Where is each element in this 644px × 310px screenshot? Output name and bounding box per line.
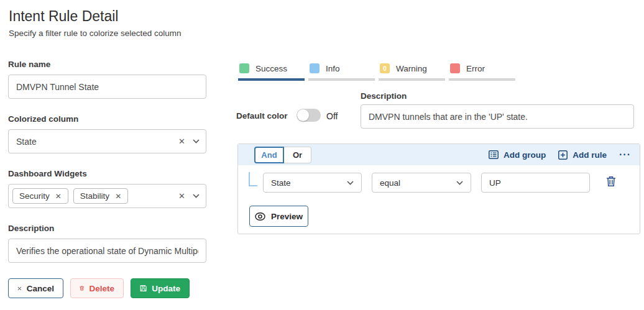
intent-rule-detail-page: Intent Rule Detail Specify a filter rule… [0,0,644,310]
warning-swatch-icon: 0 [380,63,390,73]
colorized-column-field-group: Colorized column State ✕ [8,114,206,153]
rule-description-label: Description [361,91,407,101]
tab-success[interactable]: Success [238,62,305,81]
page-subtitle: Specify a filter rule to colorize select… [9,29,182,38]
tab-badge: 0 [383,65,387,72]
tab-error[interactable]: Error [449,62,515,81]
and-or-toggle-group: And Or [254,147,311,163]
rule-name-field-group: Rule name [8,60,206,99]
description-field-group: Description [8,224,206,263]
dashboard-widgets-multiselect[interactable]: Security ✕ Stability ✕ ✕ [8,184,206,208]
tab-warning[interactable]: 0 Warning [379,62,445,81]
eye-icon [255,212,265,221]
error-swatch-icon [450,63,460,73]
chevron-down-icon[interactable] [456,181,463,185]
toggle-knob [297,109,309,121]
rule-value-input[interactable] [481,173,590,193]
cancel-button[interactable]: Cancel [8,278,63,298]
tab-underline [238,78,305,81]
rule-connector [249,172,257,186]
query-builder: And Or Add group Add rule ··· State [237,144,640,234]
or-button[interactable]: Or [284,147,311,163]
colorized-column-value: State [16,137,37,147]
tab-label: Success [255,64,287,73]
add-rule-button[interactable]: Add rule [558,150,607,160]
add-group-button[interactable]: Add group [489,150,546,160]
delete-label: Delete [89,284,114,293]
trash-icon [80,284,84,293]
tab-underline [449,78,515,81]
description-label: Description [8,224,206,233]
default-color-toggle[interactable] [297,109,321,122]
tab-label: Error [466,64,485,73]
chevron-down-icon[interactable] [193,139,200,144]
tab-underline [379,78,445,81]
and-button[interactable]: And [254,147,284,163]
preview-label: Preview [271,212,303,221]
tab-underline [308,78,375,81]
rule-name-input[interactable] [8,75,206,99]
rule-field-select[interactable]: State [263,173,362,193]
more-menu-button[interactable]: ··· [619,153,631,157]
query-builder-header: And Or Add group Add rule ··· [238,144,640,165]
tag-label: Security [19,191,50,201]
add-group-label: Add group [504,150,546,160]
clear-icon[interactable]: ✕ [178,137,185,145]
chevron-down-icon[interactable] [347,181,354,185]
tab-label: Info [326,64,340,73]
widget-tag-security: Security ✕ [12,188,68,204]
chevron-down-icon[interactable] [193,194,200,198]
default-color-label: Default color [236,111,288,121]
tag-label: Stability [80,191,109,201]
remove-tag-icon[interactable]: ✕ [55,192,62,201]
delete-rule-icon[interactable] [606,176,616,189]
info-swatch-icon [310,63,320,73]
update-label: Update [152,284,180,293]
list-icon [489,150,499,159]
tab-info[interactable]: Info [308,62,375,81]
description-input[interactable] [8,239,206,263]
default-color-state: Off [326,111,338,121]
footer-actions: Cancel Delete Update [8,278,190,298]
color-tabs: Success Info 0 Warning Error [238,62,515,81]
tab-label: Warning [396,64,427,73]
page-title: Intent Rule Detail [9,8,118,25]
rule-operator-select[interactable]: equal [372,173,471,193]
close-icon [17,285,22,293]
preview-button[interactable]: Preview [249,206,308,227]
rule-description-input[interactable] [361,104,634,129]
delete-button[interactable]: Delete [70,278,124,298]
colorized-column-select[interactable]: State ✕ [8,129,206,153]
rule-operator-value: equal [380,178,400,188]
rule-field-value: State [271,178,291,188]
cancel-label: Cancel [27,284,54,293]
widget-tag-stability: Stability ✕ [73,188,128,204]
save-icon [140,284,147,293]
remove-tag-icon[interactable]: ✕ [115,192,121,201]
colorized-column-label: Colorized column [8,114,206,124]
add-rule-label: Add rule [573,150,607,160]
clear-icon[interactable]: ✕ [178,192,185,200]
rule-name-label: Rule name [8,60,206,69]
dashboard-widgets-field-group: Dashboard Widgets Security ✕ Stability ✕… [8,169,206,208]
success-swatch-icon [239,63,249,73]
plus-square-icon [558,150,568,160]
dashboard-widgets-label: Dashboard Widgets [8,169,206,178]
update-button[interactable]: Update [131,278,190,298]
